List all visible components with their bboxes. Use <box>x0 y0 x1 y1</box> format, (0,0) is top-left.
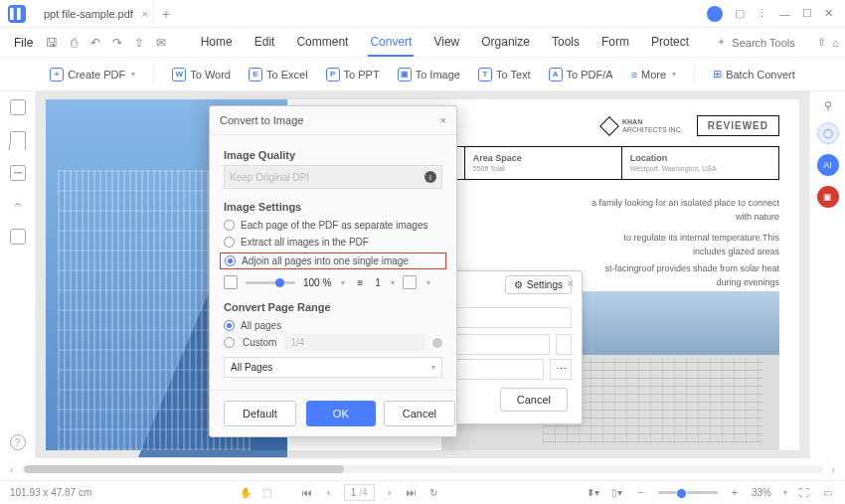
maximize-icon[interactable]: ☐ <box>802 7 812 20</box>
stepper-icon[interactable]: ▾ <box>391 278 395 287</box>
search-input[interactable] <box>732 37 811 49</box>
zoom-slider[interactable] <box>658 491 718 494</box>
kebab-menu-icon[interactable]: ⋮ <box>757 7 767 20</box>
fullscreen-icon[interactable]: ⛶ <box>797 486 811 500</box>
next-page-icon[interactable]: › <box>383 486 397 500</box>
chevron-down-icon[interactable]: ▾ <box>783 488 787 497</box>
undo-icon[interactable]: ↶ <box>84 32 106 54</box>
align-icon[interactable]: ≡ <box>353 277 367 288</box>
cancel-button[interactable]: Cancel <box>500 388 568 412</box>
chevron-down-icon[interactable]: ▾ <box>426 278 430 287</box>
zoom-in-icon[interactable]: + <box>728 486 742 500</box>
cloud-icon[interactable]: ◯ <box>817 122 839 144</box>
app-menu-icon[interactable]: ▢ <box>735 7 745 20</box>
dpi-field[interactable]: Keep Original DPI i <box>224 165 442 189</box>
folder-browse-button[interactable]: ⋯ <box>550 359 572 380</box>
fit-width-icon[interactable]: ⬍▾ <box>587 486 600 500</box>
option-adjoin-pages[interactable]: Adjoin all pages into one single image <box>220 252 446 269</box>
page-indicator[interactable]: 1/4 <box>344 484 375 501</box>
radio-icon[interactable] <box>224 220 235 231</box>
horizontal-scrollbar[interactable]: ‹ › <box>0 458 845 480</box>
custom-range-input[interactable]: 1/4 <box>284 334 424 351</box>
file-menu[interactable]: File <box>6 36 41 50</box>
thumbnails-icon[interactable] <box>10 99 26 115</box>
ai-assistant-icon[interactable]: AI <box>817 154 839 176</box>
new-tab-button[interactable]: + <box>154 6 178 22</box>
single-page-icon[interactable]: ▯▾ <box>610 486 624 500</box>
attachments-icon[interactable]: 𝄐 <box>10 197 26 213</box>
menu-protect[interactable]: Protect <box>649 29 691 57</box>
upload-icon[interactable]: ⇧ <box>817 36 826 49</box>
read-mode-icon[interactable]: ▭ <box>821 486 835 500</box>
ok-button[interactable]: OK <box>306 401 376 426</box>
print-icon[interactable]: ⎙ <box>63 32 84 54</box>
to-pdfa-button[interactable]: ATo PDF/A <box>549 68 613 82</box>
prev-page-icon[interactable]: ‹ <box>322 486 336 500</box>
close-tab-icon[interactable]: × <box>141 8 147 20</box>
first-page-icon[interactable]: ⏮ <box>300 486 314 500</box>
mail-icon[interactable]: ✉ <box>150 32 172 54</box>
bookmarks-icon[interactable] <box>10 131 26 149</box>
menu-home[interactable]: Home <box>199 29 235 57</box>
select-tool-icon[interactable]: ⬚ <box>260 486 274 500</box>
crop-icon[interactable] <box>224 275 238 289</box>
radio-icon[interactable] <box>225 255 236 266</box>
plus-icon: + <box>50 68 64 82</box>
chevron-down-icon[interactable] <box>556 334 572 355</box>
menu-edit[interactable]: Edit <box>253 29 277 57</box>
help-icon[interactable]: ? <box>10 434 26 450</box>
to-text-button[interactable]: TTo Text <box>478 68 531 82</box>
scroll-right-icon[interactable]: › <box>827 463 839 475</box>
menu-comment[interactable]: Comment <box>294 29 350 57</box>
fields-icon[interactable] <box>10 229 26 245</box>
settings-button[interactable]: ⚙Settings <box>505 275 572 294</box>
hand-tool-icon[interactable]: ✋ <box>239 486 253 500</box>
app-shortcut-icon[interactable]: ▣ <box>817 186 839 208</box>
menu-view[interactable]: View <box>431 29 461 57</box>
batch-convert-button[interactable]: ⊞Batch Convert <box>713 68 795 81</box>
share-icon[interactable]: ⇪ <box>128 32 150 54</box>
page-scope-select[interactable]: All Pages ▾ <box>224 357 442 378</box>
option-extract-images[interactable]: Extract all images in the PDF <box>224 234 442 251</box>
scroll-track[interactable] <box>22 465 824 473</box>
home-icon[interactable]: ⌂ <box>832 37 839 49</box>
zoom-out-icon[interactable]: − <box>634 486 648 500</box>
close-dialog-icon[interactable]: × <box>440 114 446 126</box>
zoom-slider[interactable] <box>246 281 295 284</box>
more-button[interactable]: ≡More▾ <box>631 69 676 81</box>
menubar: File 🖫 ⎙ ↶ ↷ ⇪ ✉ Home Edit Comment Conve… <box>0 28 845 58</box>
menu-organize[interactable]: Organize <box>479 29 532 57</box>
create-pdf-button[interactable]: +Create PDF▾ <box>50 68 135 82</box>
to-image-button[interactable]: ▣To Image <box>398 68 460 82</box>
user-avatar[interactable] <box>707 6 723 22</box>
option-custom-range[interactable]: Custom 1/4 <box>224 334 442 351</box>
option-all-pages[interactable]: All pages <box>224 317 442 334</box>
redo-icon[interactable]: ↷ <box>106 32 128 54</box>
radio-icon[interactable] <box>224 320 235 331</box>
menu-form[interactable]: Form <box>599 29 631 57</box>
menu-tools[interactable]: Tools <box>550 29 582 57</box>
orientation-icon[interactable] <box>403 275 417 289</box>
properties-icon[interactable]: ⚲ <box>824 99 832 112</box>
close-window-icon[interactable]: ✕ <box>824 7 833 20</box>
to-ppt-button[interactable]: PTo PPT <box>326 68 380 82</box>
last-page-icon[interactable]: ⏭ <box>405 486 419 500</box>
search-tools[interactable]: ✦ ⇧ ⌂ <box>717 36 839 49</box>
to-word-button[interactable]: WTo Word <box>172 68 231 82</box>
radio-icon[interactable] <box>224 237 235 248</box>
stepper-icon[interactable]: ▾ <box>341 278 345 287</box>
scroll-left-icon[interactable]: ‹ <box>6 463 18 475</box>
menu-convert[interactable]: Convert <box>368 29 414 57</box>
layers-icon[interactable] <box>10 165 26 181</box>
scroll-thumb[interactable] <box>24 465 345 473</box>
document-tab[interactable]: ppt file-sample.pdf × <box>34 2 154 26</box>
cancel-button[interactable]: Cancel <box>384 401 455 426</box>
radio-icon[interactable] <box>224 337 235 348</box>
jump-icon[interactable]: ↻ <box>426 486 440 500</box>
option-separate-images[interactable]: Each page of the PDF as separate images <box>224 217 442 234</box>
save-icon[interactable]: 🖫 <box>41 32 63 54</box>
info-icon[interactable]: i <box>424 171 436 183</box>
default-button[interactable]: Default <box>224 401 296 426</box>
minimize-icon[interactable]: — <box>779 8 790 20</box>
to-excel-button[interactable]: ETo Excel <box>249 68 308 82</box>
